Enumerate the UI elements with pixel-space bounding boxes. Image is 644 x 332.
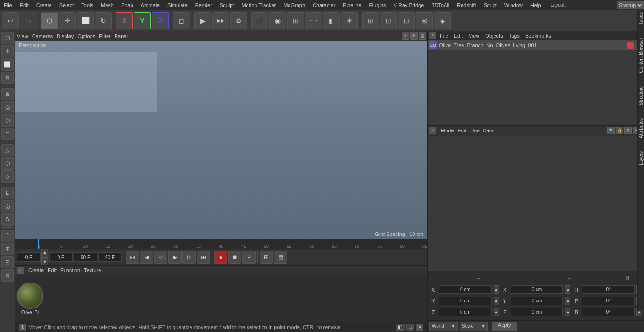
mat-menu-function[interactable]: Function xyxy=(60,267,80,273)
nurbs-button[interactable]: ◉ xyxy=(269,12,286,29)
end-frame-field1[interactable]: 90 F xyxy=(74,252,97,262)
sidebar-btn-15[interactable]: ⌒ xyxy=(1,230,14,242)
menu-simulate[interactable]: Simulate xyxy=(164,1,191,9)
viewport-btn4[interactable]: ⊠ xyxy=(416,12,433,29)
attr-search-icon[interactable]: 🔍 xyxy=(607,127,615,134)
obj-menu-view[interactable]: View xyxy=(466,33,483,39)
goto-end-button[interactable]: ⏭ xyxy=(197,251,210,264)
camera-button[interactable]: ◧ xyxy=(323,12,340,29)
coord-h-val[interactable]: 0° xyxy=(582,285,635,294)
viewport-menu-display[interactable]: Display xyxy=(57,33,74,39)
end-frame-field2[interactable]: 90 F xyxy=(98,252,122,262)
coord-z-val1[interactable]: 0 cm xyxy=(439,308,492,316)
status-btn1[interactable]: ◧ xyxy=(396,324,405,331)
object-color-swatch[interactable] xyxy=(627,42,634,49)
obj-menu-bookmarks[interactable]: Bookmarks xyxy=(522,33,554,39)
menu-mograph[interactable]: MoGraph xyxy=(280,1,309,9)
menu-3dtoall[interactable]: 3DToAll xyxy=(428,1,453,9)
menu-vray[interactable]: V-Ray Bridge xyxy=(390,1,428,9)
next-key-button[interactable]: ▷ xyxy=(182,251,196,264)
timeline-ruler[interactable]: 051015202530354045505560657075808590 xyxy=(15,239,427,249)
menu-create[interactable]: Create xyxy=(33,1,56,9)
sidebar-btn-11[interactable]: ◇ xyxy=(1,170,14,183)
menu-pipeline[interactable]: Pipeline xyxy=(339,1,365,9)
obj-menu-file[interactable]: File xyxy=(437,33,451,39)
viewport-corner-btn2[interactable]: ✛ xyxy=(410,32,418,40)
coord-x-arrow2[interactable]: ▲ xyxy=(565,285,570,294)
menu-select[interactable]: Select xyxy=(56,1,78,9)
viewport-btn2[interactable]: ⊡ xyxy=(380,12,397,29)
attr-menu-mode[interactable]: Mode xyxy=(441,128,454,133)
sidebar-btn-16[interactable]: ⊞ xyxy=(1,243,14,255)
coord-y-val1[interactable]: 0 cm xyxy=(439,297,492,305)
object-item[interactable]: LO Olive_Tree_Branch_No_Olives_Lying_001… xyxy=(428,40,644,50)
vtab-layers[interactable]: Layers xyxy=(638,149,644,167)
play-button[interactable]: ▶ xyxy=(168,251,182,264)
move-tool-button[interactable]: ✛ xyxy=(59,12,76,29)
select-tool-button[interactable]: ⬡ xyxy=(41,12,58,29)
material-thumbnail[interactable] xyxy=(17,283,43,309)
viewport-menu-cameras[interactable]: Cameras xyxy=(32,33,53,39)
apply-button[interactable]: Apply xyxy=(492,322,517,331)
coord-b-val[interactable]: 0° xyxy=(582,308,635,316)
deformer-button[interactable]: 〰 xyxy=(305,12,322,29)
attr-settings-icon[interactable]: ⚙ xyxy=(624,127,632,134)
start-frame-field[interactable]: 0 F xyxy=(49,252,73,262)
viewport-btn1[interactable]: ⊞ xyxy=(362,12,379,29)
menu-snap[interactable]: Snap xyxy=(117,1,137,9)
vtab-takes[interactable]: Takes xyxy=(638,10,644,26)
sidebar-btn-6[interactable]: ◎ xyxy=(1,101,14,113)
record-button[interactable]: ● xyxy=(214,251,227,264)
layout-select[interactable]: Startup xyxy=(617,1,644,9)
obj-menu-edit[interactable]: Edit xyxy=(451,33,466,39)
coord-y-arrow1[interactable]: ▲ xyxy=(494,297,499,305)
obj-menu-tags[interactable]: Tags xyxy=(506,33,522,39)
viewport-menu-options[interactable]: Options xyxy=(77,33,95,39)
array-button[interactable]: ⊞ xyxy=(287,12,304,29)
viewport-menu-panel[interactable]: Panel xyxy=(115,33,128,39)
viewport-menu-filter[interactable]: Filter xyxy=(99,33,110,39)
current-frame-field[interactable]: 0 F xyxy=(17,252,41,262)
world-select[interactable]: World ▼ xyxy=(429,322,458,331)
object-mode-button[interactable]: ◻ xyxy=(173,12,190,29)
z-axis-button[interactable]: Z xyxy=(152,12,169,29)
undo-button[interactable]: ↩ xyxy=(2,12,19,29)
coord-p-val[interactable]: 0° xyxy=(582,297,635,305)
coord-x-arrow1[interactable]: ▲ xyxy=(494,285,499,294)
sidebar-btn-3[interactable]: ⬜ xyxy=(1,58,14,71)
viewport[interactable]: X Y Z View Cameras Display Options Filte… xyxy=(15,31,427,239)
attr-menu-edit[interactable]: Edit xyxy=(458,128,467,133)
menu-tools[interactable]: Tools xyxy=(77,1,97,9)
mat-menu-texture[interactable]: Texture xyxy=(84,267,101,273)
menu-redshift[interactable]: Redshift xyxy=(453,1,479,9)
menu-character[interactable]: Character xyxy=(309,1,339,9)
viewport-btn3[interactable]: ⊟ xyxy=(398,12,415,29)
menu-script[interactable]: Script xyxy=(480,1,501,9)
mat-menu-create[interactable]: Create xyxy=(28,267,44,273)
render-region-button[interactable]: ▶▶ xyxy=(212,12,229,29)
status-btn2[interactable]: □ xyxy=(406,324,414,331)
light-button[interactable]: ☀ xyxy=(341,12,358,29)
viewport-maximize-button[interactable]: ⤢ xyxy=(402,32,409,40)
autokey-button[interactable]: ⏺ xyxy=(228,251,241,264)
coord-z-arrow1[interactable]: ▲ xyxy=(494,308,499,316)
render-view-button[interactable]: ▶ xyxy=(194,12,211,29)
x-axis-button[interactable]: X xyxy=(116,12,133,29)
menu-render[interactable]: Render xyxy=(191,1,216,9)
prev-key-button[interactable]: ◁ xyxy=(154,251,167,264)
prev-frame-button[interactable]: ◀ xyxy=(140,251,153,264)
attr-menu-userdata[interactable]: User Data xyxy=(471,128,494,133)
timeline-settings-button[interactable]: ▤ xyxy=(274,251,287,264)
coord-z-arrow2[interactable]: ▲ xyxy=(565,308,570,316)
vtab-structure[interactable]: Structure xyxy=(638,84,644,107)
sidebar-btn-14[interactable]: S xyxy=(1,213,14,226)
obj-menu-objects[interactable]: Objects xyxy=(482,33,505,39)
sidebar-btn-5[interactable]: ⊕ xyxy=(1,88,14,100)
menu-plugins[interactable]: Plugins xyxy=(365,1,389,9)
status-close-button[interactable]: ✕ xyxy=(416,324,423,331)
menu-help[interactable]: Help xyxy=(527,1,545,9)
viewport-corner-btn3[interactable]: ▤ xyxy=(419,32,426,40)
menu-edit[interactable]: Edit xyxy=(16,1,33,9)
vtab-content-browser[interactable]: Content Browser xyxy=(638,36,644,74)
sidebar-btn-10[interactable]: ⬡ xyxy=(1,157,14,170)
